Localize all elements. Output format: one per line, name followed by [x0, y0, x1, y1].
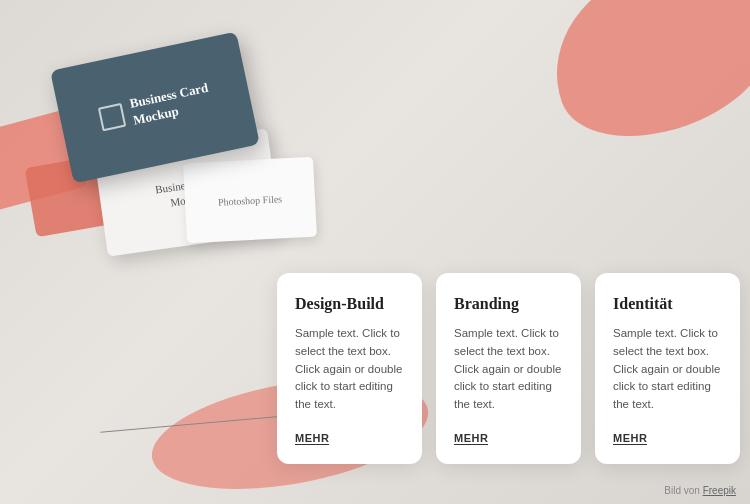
attribution: Bild von Freepik: [664, 485, 736, 496]
info-card-3-body: Sample text. Click to select the text bo…: [613, 325, 722, 414]
info-card-3-title: Identität: [613, 295, 722, 313]
card-dark-text: Business Card Mockup: [128, 79, 213, 129]
info-card-design-build: Design-Build Sample text. Click to selec…: [277, 273, 422, 464]
business-card-white-2: Photoshop Files: [183, 157, 317, 244]
attribution-link[interactable]: Freepik: [703, 485, 736, 496]
card-white2-text: Photoshop Files: [218, 192, 283, 208]
info-card-1-link[interactable]: MEHR: [295, 432, 329, 445]
info-card-2-title: Branding: [454, 295, 563, 313]
info-cards-row: Design-Build Sample text. Click to selec…: [277, 273, 740, 464]
info-card-2-link[interactable]: MEHR: [454, 432, 488, 445]
info-card-identitaet: Identität Sample text. Click to select t…: [595, 273, 740, 464]
info-card-1-body: Sample text. Click to select the text bo…: [295, 325, 404, 414]
info-card-branding: Branding Sample text. Click to select th…: [436, 273, 581, 464]
card-icon: [98, 102, 126, 130]
info-card-2-body: Sample text. Click to select the text bo…: [454, 325, 563, 414]
info-card-1-title: Design-Build: [295, 295, 404, 313]
info-card-3-link[interactable]: MEHR: [613, 432, 647, 445]
